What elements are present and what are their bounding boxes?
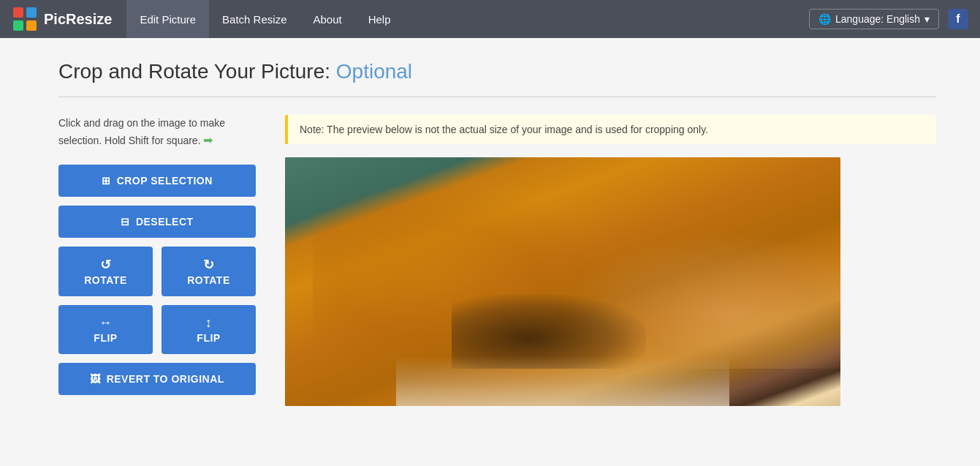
globe-icon: 🌐 bbox=[818, 13, 831, 25]
language-button[interactable]: 🌐 Language: English ▾ bbox=[809, 9, 939, 29]
flip-buttons-row: ↔ FLIP ↕ FLIP bbox=[58, 305, 256, 354]
page-title-main: Crop and Rotate Your Picture: bbox=[58, 60, 330, 83]
note-text: Note: The preview below is not the actua… bbox=[300, 124, 708, 135]
nav-about[interactable]: About bbox=[300, 0, 354, 38]
note-box: Note: The preview below is not the actua… bbox=[285, 115, 936, 144]
section-divider bbox=[58, 97, 936, 97]
chevron-down-icon: ▾ bbox=[924, 13, 930, 25]
right-panel: Note: The preview below is not the actua… bbox=[285, 115, 936, 406]
page-title-optional: Optional bbox=[336, 60, 412, 83]
brand-name: PicResize bbox=[44, 11, 112, 28]
nav-batch-resize[interactable]: Batch Resize bbox=[209, 0, 300, 38]
rotate-left-button[interactable]: ↺ ROTATE bbox=[58, 247, 153, 296]
deselect-icon: ⊟ bbox=[121, 216, 130, 228]
preview-image bbox=[285, 157, 840, 406]
revert-to-original-button[interactable]: 🖼 REVERT TO ORIGINAL bbox=[58, 363, 256, 395]
content-layout: Click and drag on the image to make sele… bbox=[58, 115, 936, 406]
revert-icon: 🖼 bbox=[90, 373, 101, 385]
nav-edit-picture[interactable]: Edit Picture bbox=[126, 0, 209, 38]
rotate-cw-icon: ↻ bbox=[203, 257, 215, 273]
navbar-left: PicResize Edit Picture Batch Resize Abou… bbox=[12, 0, 404, 38]
svg-rect-2 bbox=[13, 20, 23, 31]
language-label: Language: English bbox=[835, 13, 920, 25]
rotate-ccw-icon: ↺ bbox=[100, 257, 112, 273]
crop-selection-button[interactable]: ⊞ CROP SELECTION bbox=[58, 165, 256, 197]
svg-rect-1 bbox=[26, 7, 37, 18]
crop-icon: ⊞ bbox=[102, 175, 111, 187]
navbar: PicResize Edit Picture Batch Resize Abou… bbox=[0, 0, 980, 38]
svg-rect-0 bbox=[13, 7, 23, 18]
image-preview[interactable] bbox=[285, 157, 840, 406]
left-panel: Click and drag on the image to make sele… bbox=[58, 115, 256, 406]
arrow-icon: ➡ bbox=[203, 134, 213, 146]
navbar-right: 🌐 Language: English ▾ f bbox=[809, 9, 968, 29]
nav-help[interactable]: Help bbox=[355, 0, 404, 38]
logo-icon bbox=[12, 6, 38, 32]
facebook-link[interactable]: f bbox=[948, 9, 968, 29]
flip-horizontal-button[interactable]: ↔ FLIP bbox=[58, 305, 153, 354]
flip-h-icon: ↔ bbox=[99, 315, 113, 331]
nav-links: Edit Picture Batch Resize About Help bbox=[126, 0, 403, 38]
svg-rect-3 bbox=[26, 20, 37, 31]
instructions-text: Click and drag on the image to make sele… bbox=[58, 115, 256, 150]
rotate-buttons-row: ↺ ROTATE ↻ ROTATE bbox=[58, 247, 256, 296]
deselect-button[interactable]: ⊟ DESELECT bbox=[58, 206, 256, 238]
rotate-right-button[interactable]: ↻ ROTATE bbox=[162, 247, 256, 296]
facebook-icon: f bbox=[956, 12, 960, 26]
flip-v-icon: ↕ bbox=[205, 315, 213, 331]
logo-link[interactable]: PicResize bbox=[12, 6, 112, 32]
flip-vertical-button[interactable]: ↕ FLIP bbox=[162, 305, 256, 354]
page-title: Crop and Rotate Your Picture: Optional bbox=[58, 60, 936, 83]
main-content: Crop and Rotate Your Picture: Optional C… bbox=[0, 38, 980, 466]
